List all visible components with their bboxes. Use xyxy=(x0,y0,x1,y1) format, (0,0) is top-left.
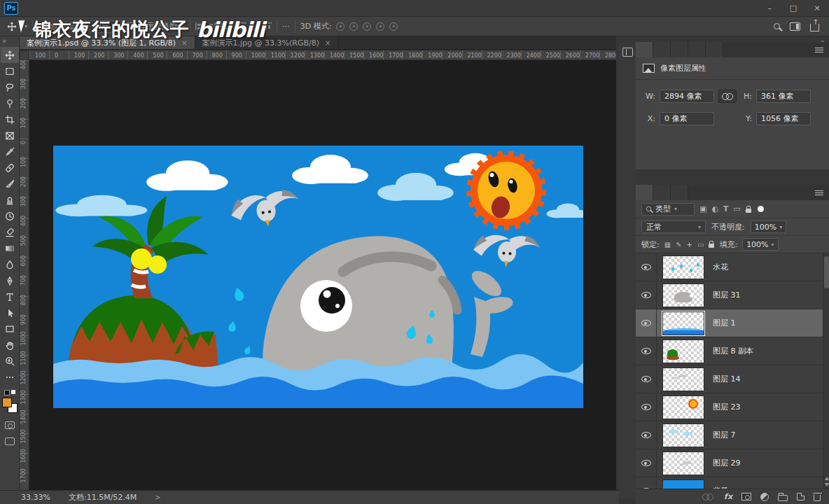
ruler-origin-corner[interactable] xyxy=(20,50,29,60)
menu-item[interactable] xyxy=(52,6,64,10)
workspace-switcher-icon[interactable] xyxy=(790,22,800,31)
scroll-up-icon[interactable] xyxy=(825,477,829,480)
layer-row[interactable]: 图层 8 副本 xyxy=(636,337,829,365)
share-icon[interactable] xyxy=(810,24,819,31)
search-icon[interactable] xyxy=(774,23,780,29)
3d-orbit-icon[interactable] xyxy=(336,22,344,31)
3d-slide-icon[interactable] xyxy=(376,22,384,31)
y-field[interactable]: 1056 像素 xyxy=(756,112,811,125)
marquee-tool[interactable] xyxy=(1,63,19,79)
path-select-tool[interactable] xyxy=(1,304,19,321)
minimize-button[interactable]: – xyxy=(758,0,781,16)
width-field[interactable]: 2894 像素 xyxy=(660,90,714,103)
height-field[interactable]: 361 像素 xyxy=(756,90,811,103)
add-mask-icon[interactable] xyxy=(741,493,751,500)
close-button[interactable]: × xyxy=(805,0,829,16)
align-top-icon[interactable] xyxy=(239,22,246,30)
3d-pan-icon[interactable] xyxy=(363,22,371,31)
move-tool[interactable] xyxy=(1,47,19,63)
lock-all-icon[interactable] xyxy=(709,244,714,248)
lock-pixels-icon[interactable]: ✎ xyxy=(676,241,681,248)
auto-select-dropdown[interactable]: 图层 ▾ xyxy=(89,20,121,33)
frame-tool[interactable] xyxy=(1,127,19,144)
history-panel-icon[interactable] xyxy=(622,48,633,57)
panel-tab[interactable] xyxy=(706,42,723,57)
adjustment-filter-icon[interactable]: ◐ xyxy=(711,204,718,214)
menu-item[interactable] xyxy=(24,6,36,10)
align-center-icon[interactable] xyxy=(208,22,216,30)
visibility-toggle[interactable] xyxy=(636,393,657,421)
layer-thumbnail[interactable] xyxy=(662,340,704,363)
layer-thumbnail[interactable] xyxy=(662,396,704,419)
new-layer-icon[interactable] xyxy=(797,493,804,500)
layer-row[interactable]: 图层 7 xyxy=(636,421,829,449)
layer-row[interactable]: 水花 xyxy=(636,253,829,281)
panel-tab[interactable] xyxy=(636,42,653,57)
adjustment-layer-icon[interactable] xyxy=(760,493,769,501)
layer-thumbnail[interactable] xyxy=(662,284,704,307)
layer-row[interactable]: 图层 1 xyxy=(636,309,829,337)
swap-colors-icon[interactable] xyxy=(4,389,15,396)
layer-row[interactable]: 图层 23 xyxy=(636,393,829,421)
layer-style-icon[interactable]: fx xyxy=(724,492,732,501)
lasso-tool[interactable] xyxy=(1,79,19,95)
align-left-icon[interactable] xyxy=(195,22,203,30)
link-dimensions-icon[interactable] xyxy=(718,90,737,103)
panel-menu-icon[interactable] xyxy=(815,48,823,52)
current-tool-icon[interactable] xyxy=(4,19,20,34)
new-group-icon[interactable] xyxy=(778,495,788,501)
panel-tab[interactable] xyxy=(688,42,706,57)
menu-item[interactable] xyxy=(38,6,50,10)
layer-thumbnail[interactable] xyxy=(662,255,704,279)
pen-tool[interactable] xyxy=(1,272,19,288)
layer-thumbnail[interactable] xyxy=(662,451,704,475)
layer-row[interactable]: 图层 31 xyxy=(636,281,829,309)
ps-logo[interactable]: Ps xyxy=(4,2,18,15)
menu-item[interactable] xyxy=(136,6,148,10)
panel-tab[interactable] xyxy=(653,42,671,57)
align-bottom-icon[interactable] xyxy=(264,22,272,30)
panel-tab[interactable] xyxy=(653,185,671,200)
menu-item[interactable] xyxy=(94,6,106,10)
vertical-ruler[interactable]: 4003002001000100200300400500600700800900… xyxy=(20,60,29,490)
maximize-button[interactable]: □ xyxy=(781,0,805,16)
visibility-toggle[interactable] xyxy=(636,253,657,281)
type-tool[interactable] xyxy=(1,288,19,304)
visibility-toggle[interactable] xyxy=(636,309,657,337)
scrollbar-thumb[interactable] xyxy=(824,256,829,288)
type-filter-icon[interactable]: T xyxy=(723,204,729,214)
clone-stamp-tool[interactable] xyxy=(1,192,19,208)
tab-close-icon[interactable]: × xyxy=(325,39,330,47)
shape-filter-icon[interactable]: ▭ xyxy=(734,204,741,214)
visibility-toggle[interactable] xyxy=(636,421,657,449)
status-chevron-icon[interactable]: > xyxy=(155,493,160,501)
menu-item[interactable] xyxy=(108,6,120,10)
quick-select-tool[interactable] xyxy=(1,95,19,111)
blend-mode-dropdown[interactable]: 正常 ▾ xyxy=(641,220,706,233)
rectangle-tool[interactable] xyxy=(1,321,19,337)
history-brush-tool[interactable] xyxy=(1,208,19,224)
3d-roll-icon[interactable] xyxy=(349,22,358,31)
foreground-color-swatch[interactable] xyxy=(2,398,12,407)
smart-object-filter-icon[interactable] xyxy=(746,209,751,213)
eraser-tool[interactable] xyxy=(1,224,19,240)
lock-position-icon[interactable]: + xyxy=(687,241,692,248)
x-field[interactable]: 0 像素 xyxy=(660,112,714,125)
panel-tab[interactable] xyxy=(636,185,653,200)
menu-item[interactable] xyxy=(150,6,162,10)
brush-tool[interactable] xyxy=(1,176,19,192)
screen-mode-icon[interactable] xyxy=(5,438,15,445)
zoom-tool[interactable] xyxy=(1,353,19,369)
panel-menu-icon[interactable] xyxy=(815,190,823,195)
layer-thumbnail[interactable] xyxy=(662,312,704,335)
more-options-icon[interactable]: ⋯ xyxy=(282,22,290,31)
filter-toggle-icon[interactable] xyxy=(758,206,764,212)
lock-artboard-icon[interactable]: ▭ xyxy=(697,241,704,248)
menu-item[interactable] xyxy=(164,6,176,10)
tab-close-icon[interactable]: × xyxy=(181,39,187,47)
edit-toolbar-tool[interactable] xyxy=(1,369,19,385)
document-tab[interactable]: 案例演示1.psd @ 33.3% (图层 1, RGB/8) × xyxy=(20,36,195,49)
align-right-icon[interactable] xyxy=(221,22,228,30)
scroll-down-icon[interactable] xyxy=(825,483,829,486)
quick-mask-icon[interactable] xyxy=(5,421,15,429)
